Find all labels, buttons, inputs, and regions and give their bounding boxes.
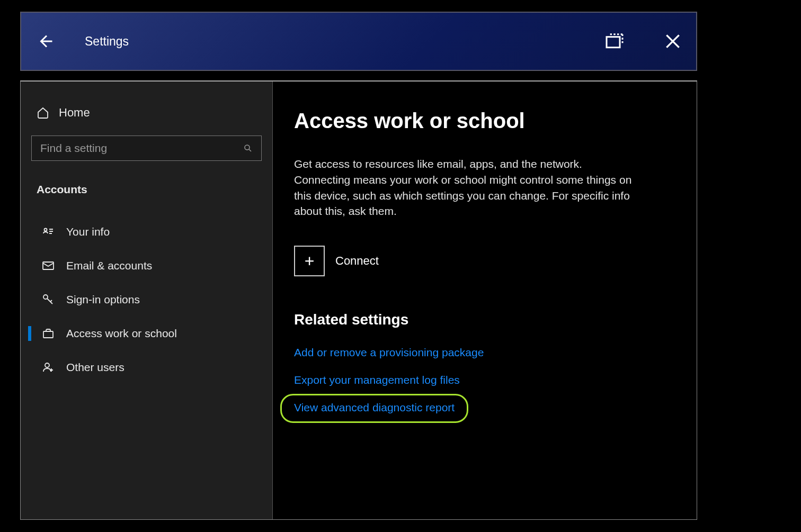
close-icon — [662, 31, 683, 52]
settings-window: Settings Home — [20, 12, 697, 520]
plus-icon: + — [294, 246, 325, 276]
sidebar-item-label: Sign-in options — [66, 293, 140, 306]
search-placeholder: Find a setting — [40, 142, 107, 155]
link-provisioning-package[interactable]: Add or remove a provisioning package — [294, 346, 484, 359]
svg-point-2 — [44, 229, 47, 231]
sidebar-item-label: Access work or school — [66, 327, 177, 340]
sidebar-item-other-users[interactable]: Other users — [21, 350, 272, 384]
connect-label: Connect — [335, 254, 379, 268]
window-title: Settings — [85, 34, 604, 49]
page-description: Get access to resources like email, apps… — [294, 156, 638, 219]
sidebar-item-email-accounts[interactable]: Email & accounts — [21, 249, 272, 283]
link-export-logs[interactable]: Export your management log files — [294, 374, 460, 386]
sidebar-item-label: Your info — [66, 226, 110, 238]
home-button[interactable]: Home — [21, 96, 272, 133]
link-diagnostic-report-label: View advanced diagnostic report — [294, 401, 455, 413]
key-icon — [42, 293, 55, 306]
back-button[interactable] — [34, 29, 59, 54]
sidebar-item-label: Other users — [66, 361, 124, 374]
nav-list: Your info Email & accounts Sign-in optio… — [21, 215, 272, 384]
back-arrow-icon — [37, 32, 56, 51]
svg-rect-0 — [607, 37, 620, 48]
sidebar-item-label: Email & accounts — [66, 259, 152, 272]
titlebar: Settings — [20, 12, 697, 71]
sidebar-item-access-work-school[interactable]: Access work or school — [21, 317, 272, 350]
home-icon — [37, 106, 49, 119]
svg-point-4 — [43, 295, 48, 299]
svg-point-1 — [245, 145, 250, 150]
connect-button[interactable]: + Connect — [294, 246, 673, 276]
multitask-button[interactable] — [604, 31, 625, 52]
category-label: Accounts — [21, 170, 272, 201]
home-label: Home — [59, 106, 90, 120]
close-button[interactable] — [662, 31, 683, 52]
main-panel: Access work or school Get access to reso… — [273, 82, 697, 519]
multitask-icon — [604, 31, 625, 52]
svg-point-6 — [45, 363, 49, 367]
sidebar-item-your-info[interactable]: Your info — [21, 215, 272, 249]
add-user-icon — [42, 361, 55, 374]
person-card-icon — [42, 226, 55, 238]
svg-rect-5 — [43, 331, 53, 338]
mail-icon — [42, 259, 55, 272]
content-area: Home Find a setting Accounts Your info — [20, 80, 697, 520]
sidebar-item-signin-options[interactable]: Sign-in options — [21, 283, 272, 317]
sidebar: Home Find a setting Accounts Your info — [21, 82, 273, 519]
page-title: Access work or school — [294, 109, 673, 133]
link-diagnostic-report[interactable]: View advanced diagnostic report — [294, 401, 455, 414]
titlebar-actions — [604, 31, 683, 52]
related-settings-heading: Related settings — [294, 311, 673, 328]
search-icon — [243, 143, 253, 153]
search-input[interactable]: Find a setting — [31, 136, 262, 161]
briefcase-icon — [42, 327, 55, 340]
